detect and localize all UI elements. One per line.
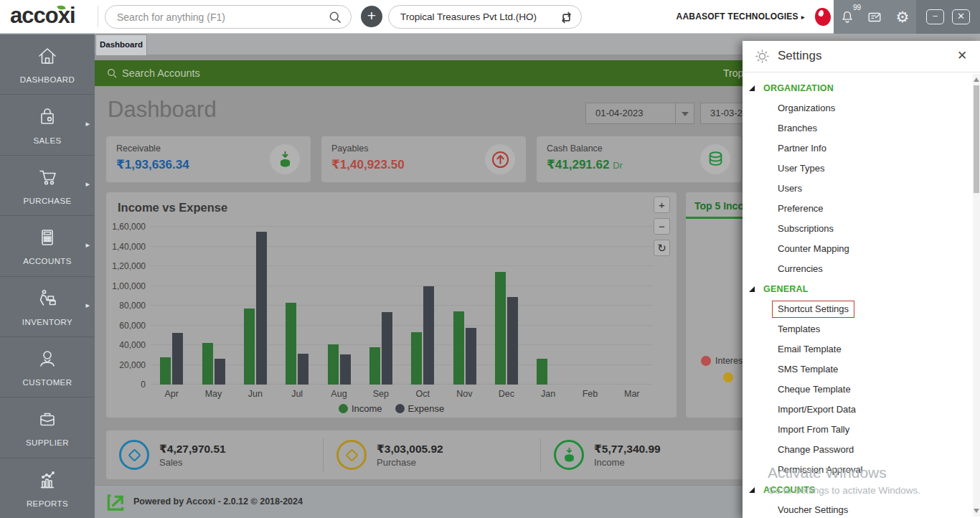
global-search — [105, 5, 352, 29]
sidebar: DASHBOARD SALES▸ PURCHASE▸ ACCOUNTS▸ INV… — [0, 34, 95, 518]
close-settings-icon[interactable]: ✕ — [955, 49, 969, 63]
add-new-button[interactable]: + — [361, 6, 382, 27]
settings-item-branches[interactable]: Branches — [743, 118, 972, 138]
x-tick-label: Apr — [151, 389, 192, 399]
settings-section-organization[interactable]: ORGANIZATION — [743, 78, 972, 98]
kpi-card-receivable[interactable]: Receivable ₹1,93,636.34 — [106, 136, 311, 182]
feedback-button[interactable] — [865, 8, 884, 27]
kpi-card-payables[interactable]: Payables ₹1,40,923.50 — [321, 136, 526, 182]
settings-header: Settings ✕ — [743, 41, 980, 72]
top5-legend-item: Interest — [701, 356, 745, 366]
settings-item-partner-info[interactable]: Partner Info — [743, 138, 972, 159]
gridline — [151, 384, 653, 385]
settings-item-sms-template[interactable]: SMS Template — [743, 359, 972, 380]
settings-item-subscriptions[interactable]: Subscriptions — [743, 219, 972, 239]
x-tick-label: Jan — [527, 389, 569, 399]
bar-expense-aug — [340, 354, 351, 385]
user-avatar[interactable] — [812, 6, 833, 27]
settings-item-change-password[interactable]: Change Password — [743, 440, 972, 460]
sidebar-item-inventory[interactable]: INVENTORY▸ — [0, 277, 95, 337]
bar-income-apr — [160, 357, 171, 385]
settings-item-currencies[interactable]: Currencies — [743, 259, 972, 279]
y-tick-label: 20,000 — [106, 360, 146, 370]
search-input[interactable] — [117, 6, 325, 28]
sidebar-item-dashboard[interactable]: DASHBOARD — [0, 34, 95, 95]
settings-item-import-from-tally[interactable]: Import From Tally — [743, 420, 972, 440]
settings-item-voucher-settings[interactable]: Voucher Settings — [743, 500, 972, 518]
settings-list: ORGANIZATIONOrganizationsBranchesPartner… — [743, 74, 972, 518]
shopping-bag-icon — [36, 105, 59, 131]
sidebar-item-customer[interactable]: CUSTOMER — [0, 337, 95, 397]
settings-item-organizations[interactable]: Organizations — [743, 98, 972, 118]
bar-expense-sep — [382, 312, 392, 385]
switch-company-icon[interactable] — [559, 10, 574, 33]
x-tick-label: Oct — [402, 389, 443, 399]
topbar: accoxi + Tropical Treasures Pvt Ltd.(HO)… — [0, 0, 980, 34]
page-title: Dashboard — [108, 97, 217, 123]
kpi-card-cash-balance[interactable]: Cash Balance ₹41,291.62 Dr — [537, 136, 741, 182]
minimize-button[interactable]: − — [926, 9, 944, 24]
close-window-button[interactable]: ✕ — [952, 9, 970, 24]
legend-dot — [395, 404, 405, 413]
search-icon[interactable] — [328, 10, 342, 27]
accoxi-logo: accoxi — [10, 3, 75, 29]
scroll-down-icon[interactable] — [974, 509, 979, 513]
date-dropdown-button[interactable] — [675, 103, 694, 123]
dropdown-arrow-icon — [682, 112, 689, 116]
x-tick-label: Mar — [611, 389, 653, 399]
chevron-right-icon: ▸ — [85, 240, 90, 250]
diamond-icon — [336, 440, 367, 470]
x-tick-label: Sep — [360, 389, 402, 399]
settings-item-users[interactable]: Users — [743, 179, 972, 199]
scrollbar-thumb[interactable] — [974, 85, 979, 193]
gridline — [151, 246, 653, 247]
date-from-field[interactable]: 01-04-2023 — [585, 103, 694, 124]
sidebar-item-sales[interactable]: SALES▸ — [0, 95, 95, 155]
gridline — [151, 364, 653, 365]
tab-dashboard[interactable]: Dashboard — [95, 34, 147, 55]
income-expense-chart-panel: Income vs Expense +−↻ 020,00040,00060,00… — [106, 192, 677, 418]
settings-item-cheque-template[interactable]: Cheque Template — [743, 380, 972, 400]
chart-controls: +−↻ — [654, 197, 671, 261]
notifications-button[interactable]: 99 — [838, 8, 857, 27]
gridline — [151, 325, 653, 326]
settings-item-import-export-data[interactable]: Import/Export Data — [743, 400, 972, 420]
bar-expense-may — [215, 359, 225, 385]
bar-income-may — [202, 343, 213, 385]
search-accounts[interactable]: Search Accounts — [106, 60, 200, 86]
scroll-up-icon[interactable] — [974, 77, 979, 82]
y-tick-label: 0 — [106, 380, 146, 390]
settings-section-general[interactable]: GENERAL — [743, 279, 972, 299]
bar-income-aug — [328, 344, 339, 385]
settings-item-user-types[interactable]: User Types — [743, 159, 972, 179]
sidebar-item-purchase[interactable]: PURCHASE▸ — [0, 156, 95, 216]
sidebar-item-reports[interactable]: REPORTS — [0, 458, 95, 518]
sidebar-item-accounts[interactable]: ACCOUNTS▸ — [0, 216, 95, 276]
settings-item-counter-mapping[interactable]: Counter Mapping — [743, 239, 972, 259]
settings-section-accounts[interactable]: ACCOUNTS — [743, 480, 972, 500]
bar-income-oct — [411, 332, 422, 385]
bar-income-sep — [369, 347, 380, 385]
settings-item-email-template[interactable]: Email Template — [743, 339, 972, 359]
settings-panel: Settings ✕ ORGANIZATIONOrganizationsBran… — [743, 41, 980, 518]
tree-expand-icon — [749, 487, 755, 493]
settings-button[interactable]: ⚙ — [893, 8, 912, 27]
y-tick-label: 60,000 — [106, 321, 146, 331]
settings-scrollbar[interactable] — [973, 74, 980, 517]
bar-income-jul — [286, 303, 296, 385]
settings-item-preference[interactable]: Preference — [743, 199, 972, 219]
refresh-button[interactable]: ↻ — [654, 240, 670, 256]
sidebar-item-supplier[interactable]: SUPPLIER — [0, 397, 95, 458]
zoom-in-button[interactable]: + — [654, 197, 670, 213]
y-tick-label: 1,40,000 — [106, 242, 146, 252]
settings-item-shortcut-settings[interactable]: Shortcut Settings — [743, 299, 972, 319]
settings-title: Settings — [778, 49, 821, 63]
company-selector[interactable]: Tropical Treasures Pvt Ltd.(HO) — [388, 5, 582, 29]
chart-title: Income vs Expense — [118, 201, 227, 215]
settings-item-permission-approval[interactable]: Permission Approval — [743, 460, 972, 480]
x-tick-label: Aug — [318, 389, 359, 399]
zoom-out-button[interactable]: − — [654, 218, 670, 235]
settings-item-templates[interactable]: Templates — [743, 319, 972, 339]
current-user[interactable]: AABASOFT TECHNOLOGIES▸ — [667, 0, 805, 34]
gridline — [151, 344, 653, 345]
